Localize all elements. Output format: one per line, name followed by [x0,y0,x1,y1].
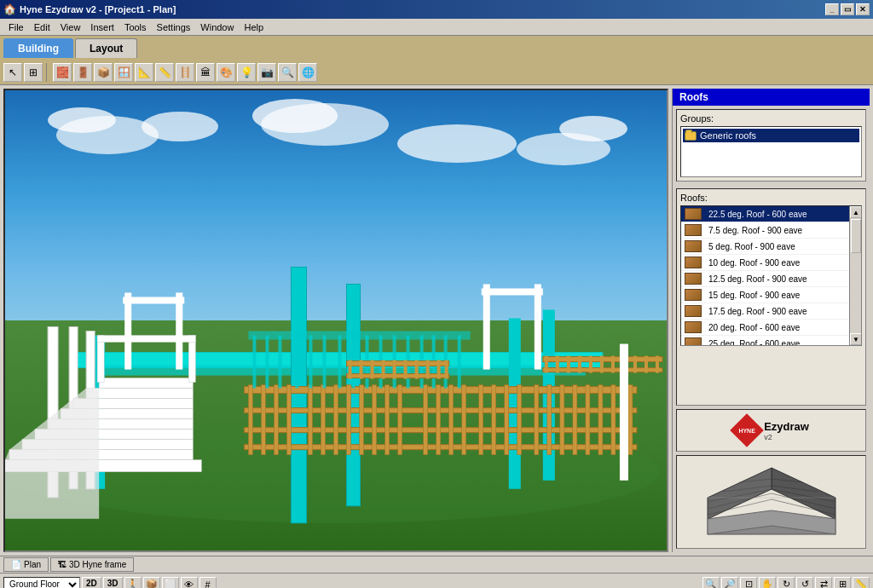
wall-tool-button[interactable]: 🧱 [53,63,72,82]
menu-edit[interactable]: Edit [29,20,55,34]
roof-item[interactable]: 10 deg. Roof - 900 eave [681,255,861,271]
roof-item[interactable]: 17.5 deg. Roof - 900 eave [681,303,861,320]
menu-file[interactable]: File [3,20,29,34]
menu-view[interactable]: View [55,20,86,34]
roofs-panel-header: Roofs [673,89,870,106]
close-button[interactable]: ✕ [856,3,870,15]
restore-button[interactable]: ▭ [841,3,854,15]
roof-item[interactable]: 5 deg. Roof - 900 eave [681,239,861,255]
pan-button[interactable]: ✋ [759,577,776,589]
roof-item-label: 20 deg. Roof - 600 eave [708,323,800,332]
logo-area: HYNE Ezydraw v2 [676,409,866,452]
svg-rect-102 [535,284,541,369]
svg-rect-79 [393,360,396,379]
eye-button[interactable]: 👁 [181,577,198,589]
roof-item-label: 15 deg. Roof - 900 eave [708,291,800,300]
scrollbar-thumb[interactable] [851,219,861,253]
svg-rect-48 [535,385,539,455]
camera-tool-button[interactable]: 📷 [257,63,276,82]
tab-3d-hyne-frame[interactable]: 🏗 3D Hyne frame [50,557,134,572]
svg-rect-35 [347,385,351,455]
menu-tools[interactable]: Tools [119,20,152,34]
window-tool-button[interactable]: 🪟 [114,63,133,82]
minimize-button[interactable]: _ [825,3,839,15]
svg-rect-31 [286,385,291,455]
rotate-cw-button[interactable]: ↻ [778,577,795,589]
tab-plan[interactable]: 📄 Plan [3,557,49,572]
3d-view-button[interactable]: 3D [103,577,123,589]
svg-rect-46 [505,385,509,455]
tab-plan-label: Plan [24,560,41,569]
zoom-button[interactable]: 🔍 [278,63,297,82]
menu-insert[interactable]: Insert [85,20,119,34]
person-view-button[interactable]: 🚶 [124,577,142,589]
light-tool-button[interactable]: 💡 [237,63,256,82]
roof-preview [676,455,866,549]
symbol-tool-button[interactable]: 📐 [135,63,153,82]
column-tool-button[interactable]: 🏛 [196,63,215,82]
roofs-list[interactable]: 22.5 deg. Roof - 600 eave7.5 deg. Roof -… [680,205,862,346]
svg-rect-93 [611,356,615,373]
stair-tool-button[interactable]: 🪜 [176,63,194,82]
door-tool-button[interactable]: 🚪 [73,63,92,82]
svg-rect-80 [404,360,408,379]
scroll-down-button[interactable]: ▼ [850,333,862,345]
roof-item[interactable]: 20 deg. Roof - 600 eave [681,320,861,336]
rotate-ccw-button[interactable]: ↺ [796,577,813,589]
roof-item[interactable]: 22.5 deg. Roof - 600 eave [681,206,861,222]
scroll-up-button[interactable]: ▲ [850,206,862,218]
roofs-scrollbar[interactable]: ▲ ▼ [849,206,861,345]
group-name: Generic roofs [700,130,756,141]
menu-settings[interactable]: Settings [152,20,196,34]
menu-window[interactable]: Window [195,20,239,34]
roofs-items-container: 22.5 deg. Roof - 600 eave7.5 deg. Roof -… [681,206,861,346]
2d-view-button[interactable]: 2D [82,577,101,589]
svg-rect-78 [382,360,385,379]
tab-building[interactable]: Building [3,38,73,58]
svg-rect-42 [449,385,454,455]
svg-rect-90 [578,356,581,373]
svg-rect-92 [600,356,604,373]
logo-version: v2 [764,433,809,441]
fit-view-button[interactable]: ⊡ [740,577,757,589]
main-toolbar: ↖ ⊞ 🧱 🚪 📦 🪟 📐 📏 🪜 🏛 🎨 💡 📷 🔍 🌐 [0,60,873,85]
roof-item[interactable]: 25 deg. Roof - 600 eave [681,336,861,346]
svg-rect-62 [338,336,342,389]
svg-rect-38 [385,385,390,455]
box-view-button[interactable]: 📦 [143,577,160,589]
snap-button[interactable]: ⊞ [834,577,851,589]
box-tool-button[interactable]: 📦 [94,63,113,82]
zoom-out-button[interactable]: 🔎 [721,577,738,589]
globe-button[interactable]: 🌐 [298,63,317,82]
group-generic-roofs[interactable]: Generic roofs [683,129,859,142]
zoom-in-button[interactable]: 🔍 [702,577,720,589]
flip-button[interactable]: ⇄ [815,577,832,589]
svg-rect-71 [458,336,461,389]
select-tool-button[interactable]: ⊞ [24,63,43,82]
perspective-button[interactable]: ⬜ [162,577,179,589]
svg-rect-56 [252,336,256,389]
svg-rect-57 [265,336,269,389]
svg-rect-32 [308,385,312,455]
svg-rect-12 [86,389,193,399]
roof-item[interactable]: 12.5 deg. Roof - 900 eave [681,271,861,287]
svg-rect-60 [309,336,312,389]
material-tool-button[interactable]: 🎨 [217,63,235,82]
cursor-tool-button[interactable]: ↖ [3,63,22,82]
groups-list[interactable]: Generic roofs [680,126,862,177]
measure-tool-button[interactable]: 📏 [155,63,174,82]
menu-help[interactable]: Help [239,20,269,34]
svg-rect-101 [483,284,490,369]
svg-rect-91 [589,356,593,373]
svg-rect-83 [437,360,441,379]
svg-rect-36 [360,385,364,455]
grid-button[interactable]: # [199,577,217,589]
viewport[interactable] [3,89,668,552]
floor-select[interactable]: Ground Floor Floor 1 Floor 2 [3,577,80,589]
tab-layout[interactable]: Layout [75,38,137,58]
roof-item[interactable]: 15 deg. Roof - 900 eave [681,287,861,303]
roof-item-label: 17.5 deg. Roof - 900 eave [708,307,807,316]
roof-item[interactable]: 7.5 deg. Roof - 900 eave [681,222,861,239]
3d-icon: 🏗 [58,560,66,569]
measure-btn[interactable]: 📏 [853,577,870,589]
